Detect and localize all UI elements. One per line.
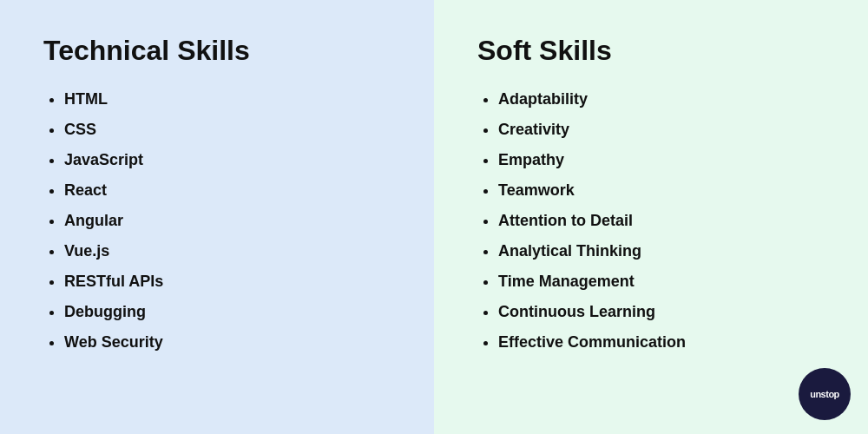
list-item: Adaptability: [498, 88, 825, 111]
list-item: Creativity: [498, 118, 825, 141]
soft-skills-list: AdaptabilityCreativityEmpathyTeamworkAtt…: [477, 88, 825, 361]
list-item: Attention to Detail: [498, 209, 825, 233]
list-item: RESTful APIs: [64, 270, 391, 293]
list-item: Debugging: [64, 300, 391, 324]
list-item: Teamwork: [498, 179, 825, 202]
list-item: Vue.js: [64, 240, 391, 263]
list-item: React: [64, 179, 391, 202]
list-item: JavaScript: [64, 148, 391, 172]
unstop-logo-text: unstop: [810, 389, 839, 399]
soft-skills-panel: Soft Skills AdaptabilityCreativityEmpath…: [434, 0, 868, 434]
list-item: Empathy: [498, 148, 825, 172]
list-item: Angular: [64, 209, 391, 233]
list-item: Web Security: [64, 331, 391, 354]
unstop-logo: unstop: [799, 368, 851, 420]
list-item: Time Management: [498, 270, 825, 293]
technical-skills-list: HTMLCSSJavaScriptReactAngularVue.jsRESTf…: [43, 88, 391, 361]
soft-skills-title: Soft Skills: [477, 35, 825, 67]
list-item: Continuous Learning: [498, 300, 825, 324]
list-item: HTML: [64, 88, 391, 111]
technical-skills-panel: Technical Skills HTMLCSSJavaScriptReactA…: [0, 0, 434, 434]
list-item: CSS: [64, 118, 391, 141]
list-item: Analytical Thinking: [498, 240, 825, 263]
technical-skills-title: Technical Skills: [43, 35, 391, 67]
list-item: Effective Communication: [498, 331, 825, 354]
